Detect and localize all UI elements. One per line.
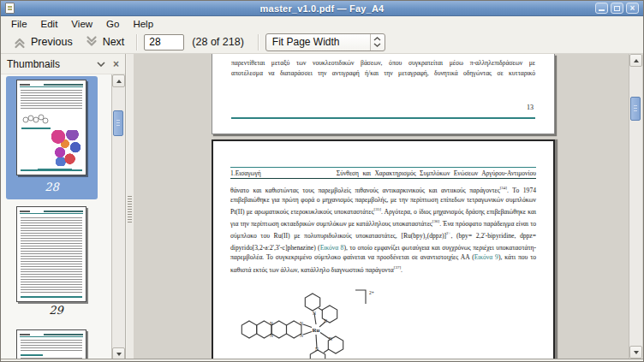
window-title: master_v1.0.pdf — Fay_A4 (1, 3, 643, 14)
close-button[interactable]: × (626, 3, 639, 14)
combo-stepper-icon[interactable] (370, 34, 385, 50)
pdf-viewer-window: master_v1.0.pdf — Fay_A4 × File Edit Vie… (0, 0, 644, 362)
splitter-grip-icon (128, 196, 132, 223)
minimize-icon (599, 9, 605, 11)
chevron-down-icon[interactable] (97, 62, 105, 67)
svg-text:N: N (324, 318, 327, 323)
minimize-button[interactable] (595, 3, 608, 14)
page-28: 1.Εισαγωγή Σύνθεση και Χαρακτηρισμός Συμ… (212, 139, 555, 359)
toolbar-separator (136, 34, 138, 50)
maximize-button[interactable] (611, 3, 623, 14)
zoom-mode-select[interactable]: Fit Page Width (265, 33, 385, 51)
toolbar: Previous Next (28 of 218) Fit Page Width (1, 31, 643, 54)
thumbnail-label-29: 29 (1, 304, 111, 317)
header-thesis-title: Σύνθεση και Χαρακτηρισμός Συμπλόκων Ενώσ… (337, 169, 536, 177)
status-bar (1, 359, 643, 361)
thumb-structure-sketch (21, 112, 51, 126)
double-chevron-down-icon (85, 35, 98, 49)
next-page-button[interactable]: Next (79, 33, 131, 50)
svg-text:2+: 2+ (369, 290, 374, 295)
scroll-up-arrow[interactable] (629, 54, 642, 67)
menu-go[interactable]: Go (99, 18, 126, 30)
thumbnail-page-30-partial[interactable] (16, 329, 86, 360)
thumbnail-label-28: 28 (6, 181, 98, 193)
page-count-label: (28 of 218) (192, 36, 243, 48)
sidebar-scrollbar-thumb[interactable] (113, 110, 123, 136)
svg-text:Ru: Ru (313, 327, 320, 334)
pane-splitter[interactable] (127, 54, 134, 360)
document-icon (5, 3, 15, 14)
page-13-bottom: παρεντίθεται μεταξύ των νουκλεοτιδικών β… (212, 54, 555, 134)
scroll-down-arrow[interactable] (629, 346, 642, 359)
thumbnail-page-28[interactable] (16, 80, 86, 175)
svg-text:N: N (313, 311, 316, 316)
page-13-text: παρεντίθεται μεταξύ των νουκλεοτιδικών β… (231, 58, 535, 78)
document-scrollbar-thumb[interactable] (630, 97, 641, 121)
zoom-mode-value: Fit Page Width (272, 36, 340, 48)
thumb-footer-rule (21, 296, 82, 298)
svg-text:N: N (270, 333, 273, 338)
document-scrollbar[interactable] (629, 54, 642, 359)
header-chapter: 1.Εισαγωγή (230, 169, 261, 177)
document-view: παρεντίθεται μεταξύ των νουκλεοτιδικών β… (134, 54, 643, 359)
sidebar-scrollbar[interactable] (111, 74, 125, 360)
thumb-text-lines (21, 217, 82, 293)
page-28-body-text: θάνατο και καθιστώντας τους παρεμβολείς … (230, 183, 536, 275)
sidebar-close-icon[interactable]: × (113, 60, 119, 68)
svg-text:N: N (329, 336, 332, 341)
menu-edit[interactable]: Edit (34, 18, 65, 30)
thumbnail-item-28-selected[interactable]: 28 (6, 76, 98, 199)
menu-view[interactable]: View (64, 18, 99, 30)
scroll-up-arrow[interactable] (112, 74, 125, 87)
page-number-input[interactable] (144, 34, 184, 50)
thumb-text-lines (21, 340, 82, 352)
thumb-link-line (21, 354, 43, 356)
menu-help[interactable]: Help (126, 18, 160, 30)
svg-text:N: N (300, 321, 303, 326)
window-controls: × (595, 3, 639, 14)
svg-text:N: N (270, 321, 273, 326)
menu-bar: File Edit View Go Help (1, 17, 643, 31)
double-chevron-up-icon (13, 35, 27, 49)
thumb-footer-rule (21, 169, 82, 171)
title-bar: master_v1.0.pdf — Fay_A4 × (1, 1, 643, 16)
close-icon: × (630, 3, 635, 13)
next-label: Next (103, 36, 125, 48)
thumbnail-list: 28 29 (1, 74, 111, 360)
header-bottom-rule (230, 178, 536, 179)
page-13-number: 13 (527, 104, 534, 111)
page-28-header: 1.Εισαγωγή Σύνθεση και Χαρακτηρισμός Συμ… (230, 167, 536, 179)
thumb-header-rule (20, 333, 83, 337)
thumb-header-rule (20, 210, 83, 214)
page-13-footer-rule (231, 117, 535, 119)
svg-text:N: N (300, 333, 303, 338)
svg-text:N: N (315, 347, 319, 352)
thumb-header-rule (20, 83, 83, 87)
sidebar-header: Thumbnails × (1, 54, 125, 74)
menu-file[interactable]: File (4, 18, 34, 30)
sidebar-title: Thumbnails (7, 58, 89, 70)
thumb-text-lines (21, 90, 82, 110)
previous-label: Previous (31, 36, 73, 48)
toolbar-separator (258, 34, 259, 50)
thumb-caption-line (21, 128, 51, 129)
thumbnails-sidebar: Thumbnails × 28 (1, 54, 126, 360)
thumb-molecular-image (51, 130, 82, 166)
previous-page-button[interactable]: Previous (7, 33, 79, 50)
ru-complex-figure: N N N N N N N N Ru 2+ (237, 283, 379, 359)
maximize-icon (614, 6, 620, 11)
thumbnail-page-29[interactable] (16, 206, 86, 302)
